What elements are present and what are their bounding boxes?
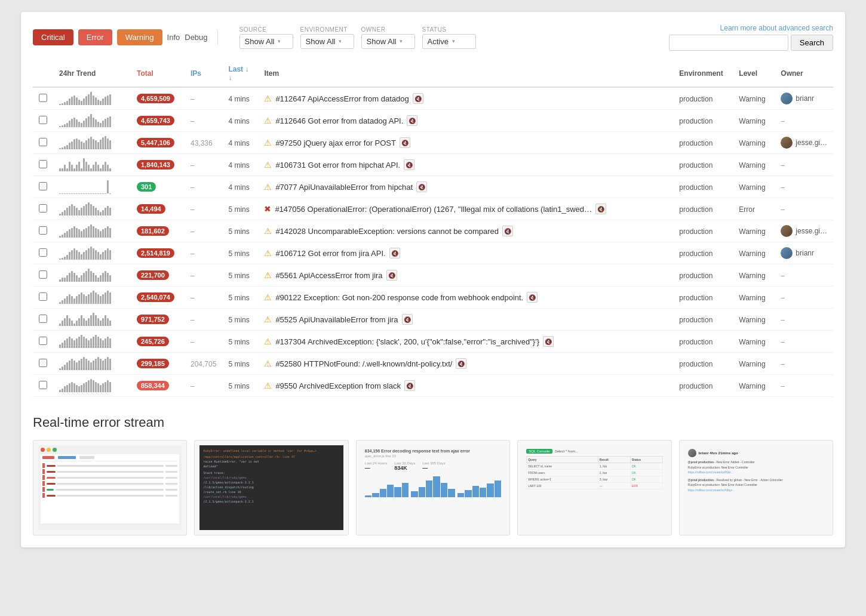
advanced-search-link[interactable]: Learn more about advanced search (720, 24, 833, 32)
trend-sparkline (59, 158, 125, 171)
owner-dash: – (781, 161, 785, 170)
table-header-row: 24hr Trend Total IPs Last ↓ Item Environ… (33, 60, 833, 87)
mute-icon[interactable]: 🔇 (527, 292, 538, 303)
mute-icon[interactable]: 🔇 (386, 270, 397, 281)
item-link[interactable]: #137304 ArchivedException: {'slack', 200… (275, 337, 539, 346)
owner-filter: OWNER Show All ▾ (361, 26, 415, 49)
total-header[interactable]: Total (131, 60, 185, 87)
stream-card-2[interactable]: RubyError: undefined local variable or m… (194, 440, 348, 535)
mute-icon[interactable]: 🔇 (543, 336, 554, 347)
item-cell[interactable]: ⚠#112647 ApiAccessError from datadog🔇 (264, 93, 667, 104)
trend-sparkline (59, 291, 125, 304)
item-cell[interactable]: ⚠#9550 ArchivedException from slack🔇 (264, 380, 667, 391)
search-button[interactable]: Search (791, 35, 833, 51)
item-link[interactable]: #147056 OperationalError: (OperationalEr… (275, 205, 592, 214)
warning-icon: ⚠ (264, 270, 272, 280)
item-link[interactable]: #7077 ApiUnavailableError from hipchat (275, 183, 413, 192)
mute-icon[interactable]: 🔇 (456, 358, 466, 369)
owner-chevron-icon: ▾ (400, 38, 403, 44)
mute-icon[interactable]: 🔇 (404, 159, 414, 170)
row-checkbox[interactable] (39, 160, 47, 168)
search-input[interactable] (669, 35, 788, 51)
ips-value: – (191, 382, 195, 390)
item-cell[interactable]: ⚠#137304 ArchivedException: {'slack', 20… (264, 336, 667, 347)
item-cell[interactable]: ⚠#5525 ApiUnavailableError from jira🔇 (264, 314, 667, 325)
toolbar-separator (217, 30, 218, 45)
warning-filter-button[interactable]: Warning (117, 29, 162, 45)
owner-dash: – (781, 294, 785, 302)
item-link[interactable]: #142028 UncomparableException: versions … (275, 227, 499, 236)
row-checkbox[interactable] (39, 270, 47, 279)
row-checkbox[interactable] (39, 292, 47, 301)
row-checkbox[interactable] (39, 337, 47, 345)
item-link[interactable]: #106731 Got error from hipchat API. (275, 161, 400, 170)
stream-card-5[interactable]: brianr 4hrs 21mins ago @prod production … (679, 440, 833, 535)
table-row: 299,185204,7055 mins⚠#52580 HTTPNotFound… (33, 353, 833, 375)
row-checkbox[interactable] (39, 138, 47, 146)
item-link[interactable]: #112647 ApiAccessError from datadog (275, 94, 409, 103)
row-checkbox[interactable] (39, 204, 47, 212)
row-checkbox[interactable] (39, 182, 47, 190)
row-checkbox[interactable] (39, 116, 47, 124)
stream-card-3[interactable]: 834,156 Error decoding response text fro… (356, 440, 510, 535)
item-link[interactable]: #90122 Exception: Got non-200 response c… (275, 293, 523, 302)
mute-icon[interactable]: 🔇 (400, 137, 410, 148)
item-link[interactable]: #5525 ApiUnavailableError from jira (275, 315, 398, 324)
environment-value: production (679, 294, 713, 302)
stream-card-4[interactable]: SQL Console Select * from… Query Result … (517, 440, 671, 535)
item-cell[interactable]: ⚠#5561 ApiAccessError from jira🔇 (264, 270, 667, 281)
stream-card-1[interactable] (33, 440, 187, 535)
mute-icon[interactable]: 🔇 (407, 115, 417, 126)
item-link[interactable]: #52580 HTTPNotFound: /.well-known/dnt-po… (275, 359, 452, 368)
row-checkbox[interactable] (39, 381, 47, 389)
mute-icon[interactable]: 🔇 (404, 380, 415, 391)
avatar (781, 225, 793, 237)
item-cell[interactable]: ⚠#52580 HTTPNotFound: /.well-known/dnt-p… (264, 358, 667, 369)
level-value: Warning (739, 95, 765, 103)
info-filter-button[interactable]: Info (167, 33, 180, 42)
row-checkbox[interactable] (39, 315, 47, 323)
last-value: 5 mins (228, 294, 249, 302)
item-link[interactable]: #112646 Got error from datadog API. (275, 116, 403, 125)
mute-icon[interactable]: 🔇 (416, 181, 427, 192)
main-container: Critical Error Warning Info Debug SOURCE… (21, 12, 845, 547)
mute-icon[interactable]: 🔇 (413, 93, 423, 104)
trend-sparkline (59, 379, 125, 392)
mute-icon[interactable]: 🔇 (595, 204, 606, 214)
item-cell[interactable]: ⚠#90122 Exception: Got non-200 response … (264, 292, 667, 303)
item-cell[interactable]: ⚠#112646 Got error from datadog API.🔇 (264, 115, 667, 126)
status-filter-select[interactable]: Active ▾ (422, 34, 476, 49)
environment-value: production (679, 205, 713, 214)
mute-icon[interactable]: 🔇 (502, 226, 513, 236)
item-cell[interactable]: ⚠#7077 ApiUnavailableError from hipchat🔇 (264, 181, 667, 192)
error-filter-button[interactable]: Error (78, 29, 112, 45)
item-link[interactable]: #97250 jQuery ajax error for POST (275, 138, 396, 147)
row-checkbox[interactable] (39, 248, 47, 257)
item-cell[interactable]: ✖#147056 OperationalError: (OperationalE… (264, 204, 667, 214)
source-filter-select[interactable]: Show All ▾ (239, 34, 293, 49)
environment-value: production (679, 227, 713, 236)
warning-icon: ⚠ (264, 248, 272, 258)
item-link[interactable]: #106712 Got error from jira API. (275, 249, 385, 258)
item-cell[interactable]: ⚠#106712 Got error from jira API.🔇 (264, 248, 667, 258)
item-cell[interactable]: ⚠#106731 Got error from hipchat API.🔇 (264, 159, 667, 170)
item-cell[interactable]: ⚠#97250 jQuery ajax error for POST🔇 (264, 137, 667, 148)
mute-icon[interactable]: 🔇 (389, 248, 400, 258)
ips-header[interactable]: IPs (185, 60, 222, 87)
owner-dash: – (781, 117, 785, 125)
last-header[interactable]: Last ↓ (222, 60, 258, 87)
debug-filter-button[interactable]: Debug (185, 33, 207, 42)
item-link[interactable]: #9550 ArchivedException from slack (275, 381, 401, 390)
row-checkbox[interactable] (39, 94, 47, 102)
row-checkbox[interactable] (39, 226, 47, 235)
critical-filter-button[interactable]: Critical (33, 29, 73, 45)
mute-icon[interactable]: 🔇 (402, 314, 413, 325)
last-value: 4 mins (228, 161, 249, 170)
item-cell[interactable]: ⚠#142028 UncomparableException: versions… (264, 226, 667, 236)
environment-value: production (679, 117, 713, 125)
item-link[interactable]: #5561 ApiAccessError from jira (275, 271, 382, 280)
environment-filter-select[interactable]: Show All ▾ (300, 34, 354, 49)
row-checkbox[interactable] (39, 359, 47, 367)
owner-filter-select[interactable]: Show All ▾ (361, 34, 415, 49)
warning-icon: ⚠ (264, 292, 272, 302)
